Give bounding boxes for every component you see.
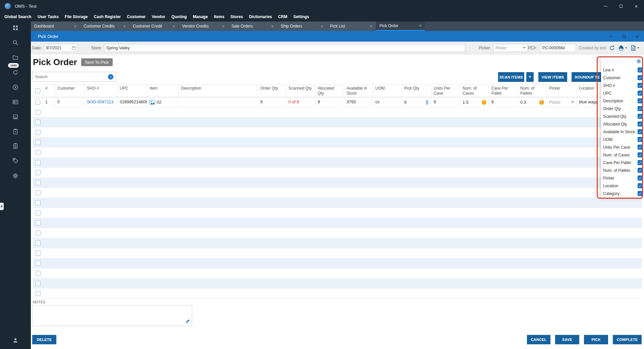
window-minimize-button[interactable] (598, 0, 613, 12)
column-option-checkbox[interactable]: ✓ (638, 183, 643, 188)
column-option-num-of-cases[interactable]: Num. of Cases✓ (601, 151, 644, 159)
dashboard-icon[interactable] (11, 24, 19, 32)
menu-item-settings[interactable]: Settings (290, 12, 312, 21)
tab-close-icon[interactable]: × (320, 24, 323, 29)
clipboard-question-icon[interactable]: ? (11, 128, 19, 136)
tab-close-icon[interactable]: × (419, 23, 422, 28)
pick-window-close-button[interactable]: × (631, 31, 644, 42)
column-option-checkbox[interactable]: ✓ (638, 121, 643, 127)
row-checkbox[interactable] (36, 170, 41, 175)
sync-icon[interactable] (11, 68, 19, 77)
menu-item-dictionaries[interactable]: Dictionaries (246, 12, 275, 21)
row-checkbox[interactable] (36, 251, 41, 256)
tab-close-icon[interactable]: × (370, 24, 372, 29)
column-header-picker[interactable]: Picker (547, 85, 577, 97)
empty-row[interactable] (33, 218, 642, 228)
item-image-icon[interactable] (150, 100, 155, 105)
view-items-button[interactable]: VIEW ITEMS (538, 72, 567, 82)
row-checkbox[interactable] (36, 210, 41, 215)
column-option-scanned-qty[interactable]: Scanned Qty✓ (601, 112, 644, 120)
column-option-location[interactable]: Location✓ (601, 182, 644, 190)
empty-row[interactable] (33, 289, 642, 299)
documents-icon[interactable] (11, 53, 19, 61)
menu-item-global-search[interactable]: Global Search (1, 12, 35, 21)
menu-item-manage[interactable]: Manage (190, 12, 211, 21)
tab-close-icon[interactable]: × (172, 24, 175, 29)
drag-handle-icon[interactable] (426, 100, 429, 105)
empty-row[interactable] (33, 107, 642, 117)
sidebar-expand-handle[interactable] (0, 203, 4, 210)
date-input[interactable] (46, 46, 72, 50)
search-input[interactable] (35, 74, 108, 79)
empty-row[interactable] (33, 208, 642, 218)
row-picker-dropdown[interactable]: Picker (547, 97, 577, 107)
empty-row[interactable] (33, 228, 642, 238)
column-option-picker[interactable]: Picker✓ (601, 174, 644, 182)
tab-vendor-credits[interactable]: Vendor Credits× (179, 21, 228, 31)
scan-items-dropdown-button[interactable] (526, 72, 534, 82)
column-option-checkbox[interactable]: ✓ (638, 129, 643, 134)
tab-close-icon[interactable]: × (123, 24, 126, 29)
column-option-checkbox[interactable]: ✓ (638, 160, 643, 165)
column-option-checkbox[interactable]: ✓ (638, 83, 643, 88)
column-header-pick-qty[interactable]: Pick Qty (402, 85, 431, 97)
column-header-num-of-pallets[interactable]: Num. of Pallets (518, 85, 547, 97)
row-checkbox[interactable] (36, 120, 41, 125)
column-header-num-of-cases[interactable]: Num. of Cases (460, 85, 489, 97)
column-header-units-per-case[interactable]: Units Per Case (431, 85, 460, 97)
empty-row[interactable] (33, 128, 642, 138)
column-option-units-per-case[interactable]: Units Per Case✓ (601, 143, 644, 151)
column-option-checkbox[interactable]: ✓ (638, 191, 643, 196)
print-button[interactable] (618, 45, 627, 51)
column-option-upc[interactable]: UPC✓ (601, 89, 644, 97)
pick-button[interactable]: PICK (584, 335, 608, 344)
empty-row[interactable] (33, 258, 642, 268)
gear-icon[interactable] (11, 172, 19, 180)
column-option-checkbox[interactable]: ✓ (638, 106, 643, 111)
roundup-button[interactable]: ROUNDUP TE (572, 72, 603, 82)
empty-row[interactable] (33, 158, 642, 168)
row-checkbox[interactable] (36, 130, 41, 135)
column-option-available-in-stock[interactable]: Available In Stock✓ (601, 128, 644, 136)
column-header-line[interactable]: # (43, 85, 55, 97)
column-header-uom[interactable]: UOM (373, 85, 402, 97)
tab-dashboard[interactable]: Dashboard× (31, 21, 80, 31)
contacts-icon[interactable] (11, 98, 19, 106)
window-close-button[interactable]: × (629, 0, 644, 12)
select-all-checkbox[interactable] (35, 88, 40, 93)
empty-row[interactable] (33, 198, 642, 208)
column-header-upc[interactable]: UPC (117, 85, 147, 97)
empty-row[interactable] (33, 148, 642, 158)
column-option-sho[interactable]: SHO #✓ (601, 82, 644, 89)
user-icon[interactable] (11, 336, 19, 344)
empty-row[interactable] (33, 188, 642, 198)
menu-item-items[interactable]: Items (211, 12, 227, 21)
row-checkbox[interactable] (36, 241, 41, 246)
save-button[interactable]: SAVE (555, 335, 579, 344)
column-option-checkbox[interactable]: ✓ (638, 145, 643, 150)
tab-customer-credits[interactable]: Customer Credits× (80, 21, 129, 31)
tab-close-icon[interactable]: × (74, 24, 76, 29)
empty-row[interactable] (33, 178, 642, 188)
empty-row[interactable] (33, 268, 642, 279)
empty-row[interactable] (33, 117, 642, 128)
column-option-checkbox[interactable]: ✓ (638, 168, 643, 173)
row-checkbox[interactable] (36, 150, 41, 155)
column-header-scanned-qty[interactable]: Scanned Qty (286, 85, 315, 97)
picker-select[interactable]: Picker (493, 44, 528, 52)
row-checkbox[interactable] (36, 291, 41, 296)
column-option-description[interactable]: Description✓ (601, 97, 644, 105)
tab-customer-credit[interactable]: Customer Credit× (129, 21, 178, 31)
menu-item-quoting[interactable]: Quoting (168, 12, 190, 21)
store-input[interactable] (104, 44, 466, 52)
menu-item-vendor[interactable]: Vendor (149, 12, 168, 21)
row-checkbox[interactable] (35, 100, 40, 105)
refresh-icon[interactable] (609, 45, 615, 51)
export-button[interactable] (630, 45, 639, 51)
menu-item-crm[interactable]: CRM (275, 12, 290, 21)
empty-row[interactable] (33, 238, 642, 248)
tab-close-icon[interactable]: × (271, 24, 274, 29)
menu-item-user-tasks[interactable]: User Tasks (35, 12, 62, 21)
column-header-order-qty[interactable]: Order Qty (258, 85, 286, 97)
column-header-description[interactable]: Description (179, 85, 258, 97)
